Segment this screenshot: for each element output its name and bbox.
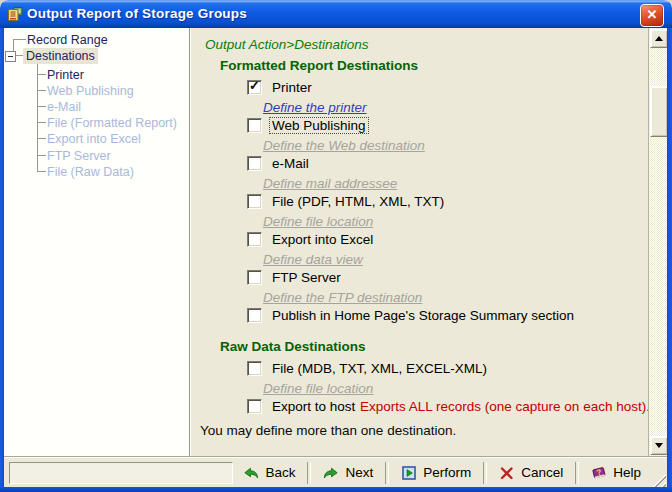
scroll-up-button[interactable] <box>650 29 668 48</box>
help-button-label: Help <box>613 465 641 480</box>
toolbar-separator <box>385 462 389 484</box>
tree-item-record-range[interactable]: Record Range <box>24 32 111 48</box>
web-publishing-checkbox-label[interactable]: Web Publishing <box>270 118 368 133</box>
status-well <box>9 462 233 484</box>
file-formatted-checkbox-label[interactable]: File (PDF, HTML, XML, TXT) <box>270 194 446 209</box>
tree-item-ftp-server[interactable]: FTP Server <box>44 148 114 164</box>
resize-grip[interactable] <box>652 473 666 487</box>
define-mail-addressee-link: Define mail addressee <box>263 176 397 191</box>
close-button[interactable]: ✕ <box>640 4 664 27</box>
web-publishing-checkbox[interactable]: ✓ <box>247 118 262 133</box>
email-row: ✓ e-Mail <box>247 156 311 171</box>
email-checkbox-label[interactable]: e-Mail <box>270 156 311 171</box>
raw-data-destinations-heading: Raw Data Destinations <box>220 339 366 354</box>
toolbar-buttons: Back Next Perform <box>233 462 651 484</box>
publish-home-page-row: ✓ Publish in Home Page's Storage Summary… <box>247 308 576 323</box>
formatted-destinations-heading: Formatted Report Destinations <box>220 58 418 73</box>
report-app-icon <box>7 6 23 22</box>
perform-button[interactable]: Perform <box>391 462 481 484</box>
title-bar[interactable]: Output Report of Storage Groups ✕ <box>0 0 672 28</box>
export-excel-row: ✓ Export into Excel <box>247 232 375 247</box>
ftp-server-row: ✓ FTP Server <box>247 270 343 285</box>
footer-note: You may define more than one destination… <box>200 423 456 438</box>
collapse-expander-icon[interactable] <box>5 51 16 62</box>
next-button[interactable]: Next <box>313 462 383 484</box>
check-mark-icon: ✓ <box>249 78 260 93</box>
window-border-right <box>667 28 672 492</box>
web-publishing-row: ✓ Web Publishing <box>247 118 368 133</box>
file-raw-checkbox-label[interactable]: File (MDB, TXT, XML, EXCEL-XML) <box>270 361 489 376</box>
perform-button-label: Perform <box>423 465 471 480</box>
back-button[interactable]: Back <box>233 462 305 484</box>
tree-item-web-publishing[interactable]: Web Publishing <box>44 83 137 99</box>
perform-play-icon <box>401 465 417 481</box>
tree-item-printer[interactable]: Printer <box>44 67 87 83</box>
cancel-button[interactable]: Cancel <box>489 462 573 484</box>
export-host-warning-text: Exports ALL records (one capture on each… <box>360 398 654 415</box>
export-to-host-row: ✓ Export to host <box>247 399 357 414</box>
back-button-label: Back <box>265 465 295 480</box>
vertical-scrollbar[interactable] <box>648 28 667 456</box>
printer-checkbox-label[interactable]: Printer <box>270 80 314 95</box>
tree-item-email[interactable]: e-Mail <box>44 99 84 115</box>
tree-item-file-formatted[interactable]: File (Formatted Report) <box>44 115 180 131</box>
define-printer-link[interactable]: Define the printer <box>263 100 367 115</box>
define-ftp-destination-link: Define the FTP destination <box>263 290 422 305</box>
window-border-left <box>0 28 4 492</box>
toolbar-separator <box>307 462 311 484</box>
publish-home-page-checkbox[interactable]: ✓ <box>247 308 262 323</box>
help-button[interactable]: ? Help <box>581 462 651 484</box>
tree-item-file-raw[interactable]: File (Raw Data) <box>44 164 137 180</box>
publish-home-page-checkbox-label[interactable]: Publish in Home Page's Storage Summary s… <box>270 308 576 323</box>
scroll-down-button[interactable] <box>650 436 668 455</box>
file-formatted-row: ✓ File (PDF, HTML, XML, TXT) <box>247 194 446 209</box>
back-arrow-icon <box>243 465 259 481</box>
define-web-destination-link: Define the Web destination <box>263 138 425 153</box>
breadcrumb: Output Action>Destinations <box>205 37 368 52</box>
next-arrow-icon <box>323 465 339 481</box>
arrow-down-icon <box>655 443 663 452</box>
cancel-x-icon <box>499 465 515 481</box>
tree-item-destinations[interactable]: Destinations <box>23 48 98 64</box>
export-excel-checkbox[interactable]: ✓ <box>247 232 262 247</box>
window-border-bottom <box>0 487 672 492</box>
export-to-host-checkbox[interactable]: ✓ <box>247 399 262 414</box>
navigation-tree: Record Range Destinations Printer Web Pu… <box>4 28 190 456</box>
file-formatted-checkbox[interactable]: ✓ <box>247 194 262 209</box>
email-checkbox[interactable]: ✓ <box>247 156 262 171</box>
close-icon: ✕ <box>647 7 658 22</box>
ftp-server-checkbox-label[interactable]: FTP Server <box>270 270 343 285</box>
define-raw-file-location-link: Define file location <box>263 381 373 396</box>
file-raw-row: ✓ File (MDB, TXT, XML, EXCEL-XML) <box>247 361 489 376</box>
arrow-up-icon <box>655 32 663 41</box>
toolbar-separator <box>575 462 579 484</box>
printer-row: ✓ Printer <box>247 80 314 95</box>
cancel-button-label: Cancel <box>521 465 563 480</box>
ftp-server-checkbox[interactable]: ✓ <box>247 270 262 285</box>
next-button-label: Next <box>345 465 373 480</box>
bottom-toolbar: Back Next Perform <box>4 456 667 488</box>
define-file-location-link: Define file location <box>263 214 373 229</box>
dialog-window: Output Report of Storage Groups ✕ Record… <box>0 0 672 492</box>
scrollbar-thumb[interactable] <box>650 86 668 137</box>
toolbar-separator <box>483 462 487 484</box>
tree-item-export-excel[interactable]: Export into Excel <box>44 131 144 147</box>
define-data-view-link: Define data view <box>263 252 363 267</box>
window-title: Output Report of Storage Groups <box>27 6 247 21</box>
export-excel-checkbox-label[interactable]: Export into Excel <box>270 232 375 247</box>
file-raw-checkbox[interactable]: ✓ <box>247 361 262 376</box>
help-book-icon: ? <box>591 465 607 481</box>
printer-checkbox[interactable]: ✓ <box>247 80 262 95</box>
export-to-host-checkbox-label[interactable]: Export to host <box>270 399 357 414</box>
